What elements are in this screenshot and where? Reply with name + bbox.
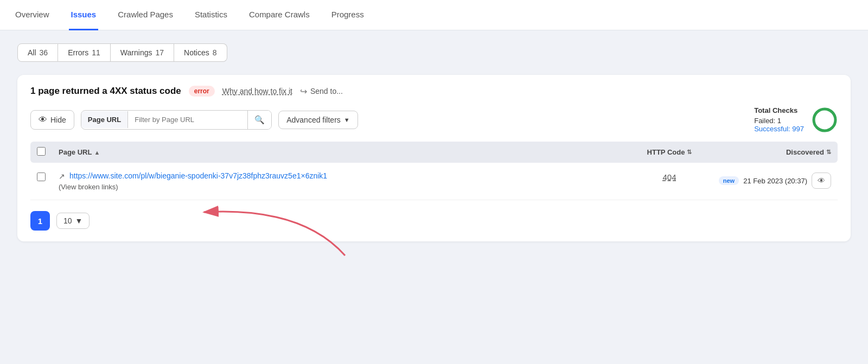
failed-label: Failed: 1 bbox=[754, 117, 781, 125]
sort-discovered-icon: ⇅ bbox=[826, 149, 831, 156]
select-all-checkbox[interactable] bbox=[37, 147, 46, 156]
external-link-icon: ↗ bbox=[59, 172, 65, 181]
eye-icon: 👁 bbox=[39, 115, 47, 125]
filter-tab-warnings[interactable]: Warnings 17 bbox=[111, 43, 174, 62]
nav-overview[interactable]: Overview bbox=[13, 0, 52, 30]
send-to-icon: ↪ bbox=[300, 86, 307, 97]
chevron-down-icon: ▼ bbox=[344, 117, 350, 123]
table-header: Page URL ▲ HTTP Code ⇅ Discovered ⇅ bbox=[30, 142, 838, 163]
page-url-filter-label: Page URL bbox=[81, 111, 128, 128]
view-broken-links[interactable]: (View broken links) bbox=[59, 183, 627, 191]
row-eye-icon: 👁 bbox=[818, 176, 825, 185]
advanced-filters-button[interactable]: Advanced filters ▼ bbox=[278, 111, 358, 129]
header-url-label: Page URL bbox=[59, 148, 92, 156]
new-badge: new bbox=[719, 176, 739, 185]
filter-tab-notices[interactable]: Notices 8 bbox=[174, 43, 227, 62]
row-url-cell: ↗ https://www.site.com/pl/w/bieganie-spo… bbox=[59, 171, 627, 191]
tab-all-label: All bbox=[28, 48, 36, 57]
tab-notices-count: 8 bbox=[213, 48, 217, 57]
page-url-input[interactable] bbox=[128, 111, 247, 128]
hide-label: Hide bbox=[50, 116, 66, 124]
sort-url-icon: ▲ bbox=[94, 149, 100, 156]
tab-all-count: 36 bbox=[40, 48, 48, 57]
table-row: ↗ https://www.site.com/pl/w/bieganie-spo… bbox=[30, 163, 838, 200]
top-navigation: Overview Issues Crawled Pages Statistics… bbox=[0, 0, 868, 30]
http-code-value[interactable]: 404 bbox=[662, 173, 676, 182]
discovered-date: 21 Feb 2023 (20:37) bbox=[743, 177, 807, 185]
row-eye-button[interactable]: 👁 bbox=[812, 173, 831, 189]
row-discovered-cell: new 21 Feb 2023 (20:37) 👁 bbox=[712, 171, 831, 189]
per-page-select[interactable]: 10 ▼ bbox=[56, 213, 90, 229]
nav-issues[interactable]: Issues bbox=[69, 0, 99, 30]
donut-chart bbox=[812, 107, 838, 133]
issue-title-row: 1 page returned a 4XX status code error … bbox=[30, 86, 838, 97]
filter-tab-all[interactable]: All 36 bbox=[17, 43, 58, 62]
page-1-button[interactable]: 1 bbox=[30, 211, 50, 231]
tab-notices-label: Notices bbox=[184, 48, 209, 57]
header-http-label: HTTP Code bbox=[647, 148, 685, 156]
row-checkbox[interactable] bbox=[37, 173, 46, 181]
search-button[interactable]: 🔍 bbox=[247, 111, 271, 129]
tab-errors-count: 11 bbox=[92, 48, 100, 57]
error-badge: error bbox=[189, 86, 215, 97]
total-checks-title: Total Checks bbox=[754, 106, 804, 114]
data-table: Page URL ▲ HTTP Code ⇅ Discovered ⇅ bbox=[30, 142, 838, 200]
main-content: All 36 Errors 11 Warnings 17 Notices 8 1… bbox=[0, 30, 868, 364]
per-page-chevron-icon: ▼ bbox=[75, 216, 83, 225]
nav-crawled-pages[interactable]: Crawled Pages bbox=[116, 0, 175, 30]
row-checkbox-cell bbox=[37, 171, 54, 183]
tab-warnings-label: Warnings bbox=[120, 48, 152, 57]
page-url-link[interactable]: https://www.site.com/pl/w/bieganie-spode… bbox=[69, 171, 327, 180]
advanced-filters-label: Advanced filters bbox=[286, 116, 341, 124]
pagination-row: 1 10 ▼ bbox=[30, 211, 838, 231]
search-icon: 🔍 bbox=[254, 115, 265, 124]
hide-button[interactable]: 👁 Hide bbox=[30, 110, 74, 130]
send-to-label: Send to... bbox=[310, 87, 343, 95]
nav-statistics[interactable]: Statistics bbox=[193, 0, 229, 30]
svg-point-1 bbox=[814, 109, 835, 131]
issue-card: 1 page returned a 4XX status code error … bbox=[17, 75, 851, 241]
page-url-filter: Page URL 🔍 bbox=[81, 110, 272, 130]
header-discovered[interactable]: Discovered ⇅ bbox=[712, 148, 831, 156]
filter-tab-errors[interactable]: Errors 11 bbox=[58, 43, 111, 62]
filter-tabs: All 36 Errors 11 Warnings 17 Notices 8 bbox=[17, 43, 851, 62]
checks-stats: Failed: 1 Successful: 997 bbox=[754, 117, 804, 133]
row-http-cell: 404 bbox=[631, 171, 707, 182]
tab-warnings-count: 17 bbox=[155, 48, 164, 57]
header-http[interactable]: HTTP Code ⇅ bbox=[631, 148, 707, 156]
successful-label: Successful: 997 bbox=[754, 125, 804, 133]
header-url[interactable]: Page URL ▲ bbox=[59, 148, 627, 156]
send-to-button[interactable]: ↪ Send to... bbox=[300, 86, 343, 97]
per-page-value: 10 bbox=[63, 216, 72, 225]
sort-http-icon: ⇅ bbox=[687, 149, 692, 156]
tab-errors-label: Errors bbox=[68, 48, 88, 57]
header-discovered-label: Discovered bbox=[786, 148, 824, 156]
total-checks-widget: Total Checks Failed: 1 Successful: 997 bbox=[754, 106, 838, 133]
nav-compare-crawls[interactable]: Compare Crawls bbox=[247, 0, 312, 30]
fix-link[interactable]: Why and how to fix it bbox=[222, 87, 292, 95]
nav-progress[interactable]: Progress bbox=[329, 0, 366, 30]
issue-title: 1 page returned a 4XX status code bbox=[30, 86, 181, 97]
